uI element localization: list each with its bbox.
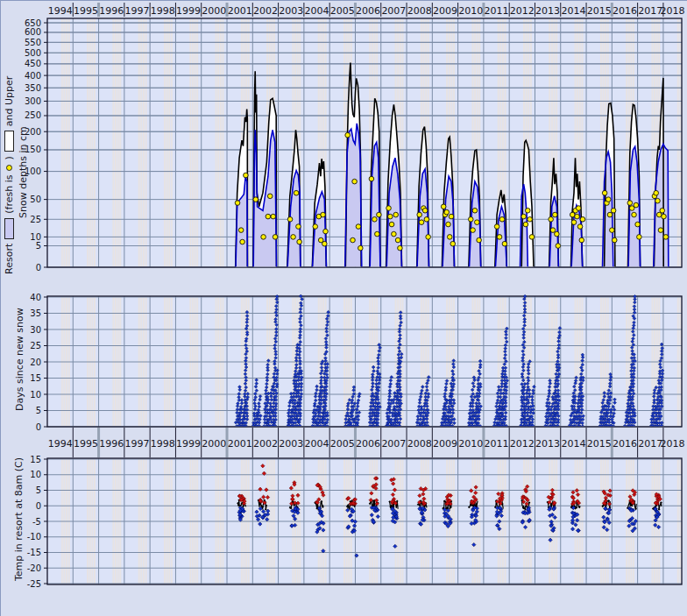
svg-text:0: 0 xyxy=(36,422,41,432)
svg-text:25: 25 xyxy=(30,341,41,350)
svg-text:2011: 2011 xyxy=(485,5,509,17)
svg-text:2012: 2012 xyxy=(510,5,535,17)
svg-text:1997: 1997 xyxy=(125,5,150,17)
svg-text:25: 25 xyxy=(30,215,41,224)
svg-text:10: 10 xyxy=(30,232,41,242)
svg-text:2004: 2004 xyxy=(305,438,329,450)
svg-text:2006: 2006 xyxy=(356,438,380,450)
svg-text:2003: 2003 xyxy=(279,438,303,450)
svg-text:1995: 1995 xyxy=(74,5,98,17)
svg-text:15: 15 xyxy=(30,373,41,383)
svg-text:0: 0 xyxy=(36,263,41,273)
resort-label: Resort xyxy=(4,244,15,274)
svg-text:35: 35 xyxy=(30,308,41,318)
svg-text:2018: 2018 xyxy=(660,5,684,17)
svg-text:2001: 2001 xyxy=(228,5,252,17)
svg-text:2007: 2007 xyxy=(381,438,406,450)
fresh-label-close: ) xyxy=(4,156,15,159)
svg-text:-5: -5 xyxy=(32,517,41,527)
svg-text:1999: 1999 xyxy=(176,438,201,450)
svg-text:10: 10 xyxy=(30,390,41,400)
svg-text:1994: 1994 xyxy=(48,438,73,450)
svg-text:2017: 2017 xyxy=(638,5,662,17)
snow-units-label: Snow depths in cm xyxy=(18,126,29,218)
svg-text:2003: 2003 xyxy=(279,5,303,17)
svg-text:50: 50 xyxy=(30,195,41,204)
svg-text:5: 5 xyxy=(36,485,41,495)
svg-text:2007: 2007 xyxy=(381,5,406,17)
svg-text:350: 350 xyxy=(25,83,41,93)
svg-text:2005: 2005 xyxy=(330,438,355,450)
svg-text:550: 550 xyxy=(25,38,41,47)
svg-text:2002: 2002 xyxy=(253,438,278,450)
svg-text:2010: 2010 xyxy=(458,438,483,450)
temp-axis-title: Temp in resort at 8am (C) xyxy=(12,457,25,581)
svg-text:2010: 2010 xyxy=(458,5,483,17)
svg-text:5: 5 xyxy=(36,241,41,251)
svg-text:400: 400 xyxy=(25,71,41,81)
svg-text:2013: 2013 xyxy=(535,438,560,450)
svg-text:1998: 1998 xyxy=(151,5,175,17)
days-axis-title: Days since new snow xyxy=(13,308,25,411)
svg-text:1994: 1994 xyxy=(48,5,73,17)
svg-text:2009: 2009 xyxy=(433,5,457,17)
svg-text:2014: 2014 xyxy=(561,5,585,17)
svg-text:2018: 2018 xyxy=(660,438,684,450)
fresh-snow-dot-icon xyxy=(6,165,12,171)
svg-text:-10: -10 xyxy=(27,532,41,542)
svg-text:2011: 2011 xyxy=(485,438,509,450)
svg-text:1999: 1999 xyxy=(176,5,201,17)
snow-axis-legend: Resort (fresh is ) and Upper xyxy=(3,76,15,274)
svg-text:450: 450 xyxy=(25,59,41,68)
svg-text:2016: 2016 xyxy=(613,5,637,17)
svg-text:2000: 2000 xyxy=(202,5,226,17)
svg-text:2015: 2015 xyxy=(587,5,612,17)
upper-label: and Upper xyxy=(4,76,15,127)
days-label: Days since new snow xyxy=(14,308,25,411)
svg-text:2009: 2009 xyxy=(433,438,457,450)
svg-text:500: 500 xyxy=(25,48,41,58)
svg-text:650: 650 xyxy=(25,18,41,28)
svg-text:1997: 1997 xyxy=(125,438,150,450)
svg-text:2004: 2004 xyxy=(305,5,329,17)
fresh-label-open: (fresh is xyxy=(4,175,15,214)
svg-text:-15: -15 xyxy=(27,548,41,557)
svg-text:2006: 2006 xyxy=(356,5,380,17)
svg-text:2002: 2002 xyxy=(253,5,278,17)
svg-text:-20: -20 xyxy=(27,563,41,573)
snow-axis-title: Snow depths in cm xyxy=(17,126,29,218)
svg-text:10: 10 xyxy=(30,470,41,479)
temp-label: Temp in resort at 8am (C) xyxy=(13,457,25,581)
svg-text:1996: 1996 xyxy=(99,438,124,450)
svg-text:2016: 2016 xyxy=(613,438,637,450)
svg-text:2001: 2001 xyxy=(228,438,252,450)
svg-text:2014: 2014 xyxy=(561,438,585,450)
svg-text:20: 20 xyxy=(30,358,41,367)
svg-text:1998: 1998 xyxy=(151,438,175,450)
svg-text:2017: 2017 xyxy=(638,438,662,450)
svg-text:0: 0 xyxy=(36,501,41,511)
svg-text:15: 15 xyxy=(30,455,41,464)
svg-text:2012: 2012 xyxy=(510,438,535,450)
svg-text:2015: 2015 xyxy=(587,438,612,450)
svg-text:2000: 2000 xyxy=(202,438,226,450)
resort-color-swatch xyxy=(4,218,14,239)
svg-text:40: 40 xyxy=(30,293,41,302)
upper-color-swatch xyxy=(4,131,14,152)
svg-text:-25: -25 xyxy=(27,579,41,589)
svg-text:2013: 2013 xyxy=(535,5,560,17)
svg-text:1996: 1996 xyxy=(99,5,124,17)
svg-text:2008: 2008 xyxy=(407,438,432,450)
svg-text:2005: 2005 xyxy=(330,5,355,17)
svg-text:5: 5 xyxy=(36,406,41,415)
svg-text:600: 600 xyxy=(25,27,41,37)
svg-text:30: 30 xyxy=(30,325,41,335)
snow-history-chart: 0510255010015020025030035040045050055060… xyxy=(0,0,687,616)
chart-canvas: 0510255010015020025030035040045050055060… xyxy=(1,1,687,616)
svg-text:250: 250 xyxy=(25,110,41,120)
svg-text:1995: 1995 xyxy=(74,438,98,450)
svg-text:300: 300 xyxy=(25,96,41,106)
svg-text:2008: 2008 xyxy=(407,5,432,17)
